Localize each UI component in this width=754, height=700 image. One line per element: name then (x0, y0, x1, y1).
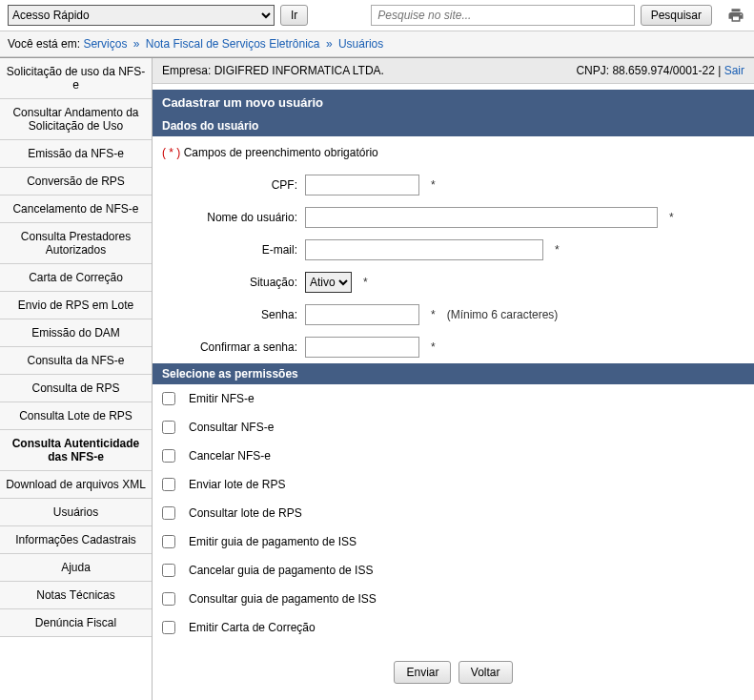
quick-access-select[interactable]: Acesso Rápido (8, 5, 275, 26)
required-mark: * (555, 243, 560, 257)
sidebar-item-17[interactable]: Notas Técnicas (0, 582, 152, 609)
nome-label: Nome do usuário: (162, 211, 305, 224)
required-mark: * (431, 178, 436, 192)
search-button[interactable]: Pesquisar (641, 5, 712, 26)
sidebar-item-6[interactable]: Carta de Correção (0, 264, 152, 292)
panel-subtitle-data: Dados do usuário (153, 115, 754, 136)
panel-title: Cadastrar um novo usuário (153, 90, 754, 115)
permission-label-2: Cancelar NFS-e (189, 449, 271, 463)
senha-hint: (Mínimo 6 caracteres) (447, 308, 559, 321)
panel-subtitle-perm: Selecione as permissões (153, 363, 754, 384)
permission-checkbox-2[interactable] (162, 449, 175, 463)
cnpj-prefix: CNPJ: (576, 64, 609, 77)
permission-row-0: Emitir NFS-e (153, 384, 754, 413)
sidebar-item-14[interactable]: Usuários (0, 499, 152, 526)
email-input[interactable] (305, 239, 543, 260)
permission-checkbox-5[interactable] (162, 535, 175, 548)
print-icon[interactable] (725, 5, 746, 26)
company-row: Empresa: DIGIFRED INFORMATICA LTDA. CNPJ… (153, 58, 754, 84)
sidebar-item-8[interactable]: Emissão do DAM (0, 319, 152, 347)
permission-label-1: Consultar NFS-e (189, 421, 274, 434)
cpf-label: CPF: (162, 178, 305, 192)
required-mark: * (431, 308, 436, 321)
permission-label-5: Emitir guia de pagamento de ISS (189, 535, 357, 548)
required-mark: * (431, 340, 436, 354)
breadcrumb-link-nfse[interactable]: Nota Fiscal de Serviços Eletrônica (146, 37, 320, 51)
email-label: E-mail: (162, 243, 305, 257)
permission-label-4: Consultar lote de RPS (189, 506, 302, 520)
breadcrumb: Você está em: Serviços » Nota Fiscal de … (0, 31, 754, 57)
permission-checkbox-4[interactable] (162, 506, 175, 520)
go-button[interactable]: Ir (280, 5, 308, 26)
sidebar-item-2[interactable]: Emissão da NFS-e (0, 140, 152, 168)
sidebar-item-1[interactable]: Consultar Andamento da Solicitação de Us… (0, 99, 152, 140)
sidebar-item-5[interactable]: Consulta Prestadores Autorizados (0, 223, 152, 264)
permission-row-7: Consultar guia de pagamento de ISS (153, 585, 754, 613)
permission-row-3: Enviar lote de RPS (153, 470, 754, 499)
permission-checkbox-3[interactable] (162, 478, 175, 491)
permission-row-5: Emitir guia de pagamento de ISS (153, 527, 754, 556)
breadcrumb-link-servicos[interactable]: Serviços (83, 37, 127, 51)
sidebar-item-18[interactable]: Denúncia Fiscal (0, 609, 152, 637)
company-name: DIGIFRED INFORMATICA LTDA. (214, 64, 384, 77)
permission-label-3: Enviar lote de RPS (189, 478, 285, 491)
sidebar-item-13[interactable]: Download de arquivos XML (0, 471, 152, 499)
sidebar: Solicitação de uso da NFS-eConsultar And… (0, 58, 153, 700)
cnpj-value: 88.659.974/0001-22 (612, 64, 714, 77)
submit-button[interactable]: Enviar (394, 661, 451, 684)
permission-checkbox-1[interactable] (162, 421, 175, 434)
nome-input[interactable] (305, 207, 658, 228)
permission-label-8: Emitir Carta de Correção (189, 621, 316, 634)
permission-checkbox-8[interactable] (162, 621, 175, 634)
senha-input[interactable] (305, 304, 419, 325)
situacao-select[interactable]: Ativo (305, 272, 352, 293)
required-mark: * (669, 211, 674, 224)
sidebar-item-3[interactable]: Conversão de RPS (0, 168, 152, 196)
situacao-label: Situação: (162, 276, 305, 289)
search-input[interactable] (371, 5, 634, 26)
company-prefix: Empresa: (162, 64, 211, 77)
permission-row-2: Cancelar NFS-e (153, 442, 754, 470)
required-mark: * (363, 276, 368, 289)
logout-link[interactable]: Sair (724, 64, 744, 77)
cpf-input[interactable] (305, 175, 419, 196)
confirmar-input[interactable] (305, 337, 419, 358)
required-note: ( * ) Campos de preenchimento obrigatóri… (153, 136, 754, 169)
permission-label-0: Emitir NFS-e (189, 392, 255, 405)
sidebar-item-10[interactable]: Consulta de RPS (0, 375, 152, 402)
permission-label-7: Consultar guia de pagamento de ISS (189, 592, 377, 606)
breadcrumb-link-usuarios[interactable]: Usuários (338, 37, 383, 51)
sidebar-item-16[interactable]: Ajuda (0, 554, 152, 582)
permission-checkbox-7[interactable] (162, 592, 175, 606)
permission-label-6: Cancelar guia de pagamento de ISS (189, 564, 373, 577)
back-button[interactable]: Voltar (459, 661, 513, 684)
breadcrumb-prefix: Você está em: (8, 37, 80, 51)
sidebar-item-11[interactable]: Consulta Lote de RPS (0, 402, 152, 430)
sidebar-item-9[interactable]: Consulta da NFS-e (0, 347, 152, 375)
senha-label: Senha: (162, 308, 305, 321)
permission-row-4: Consultar lote de RPS (153, 499, 754, 527)
sidebar-item-15[interactable]: Informações Cadastrais (0, 526, 152, 554)
permission-row-8: Emitir Carta de Correção (153, 613, 754, 642)
sidebar-item-7[interactable]: Envio de RPS em Lote (0, 292, 152, 319)
confirmar-label: Confirmar a senha: (162, 340, 305, 354)
permission-row-1: Consultar NFS-e (153, 413, 754, 442)
permission-checkbox-0[interactable] (162, 392, 175, 405)
sidebar-item-4[interactable]: Cancelamento de NFS-e (0, 196, 152, 223)
permission-checkbox-6[interactable] (162, 564, 175, 577)
sidebar-item-0[interactable]: Solicitação de uso da NFS-e (0, 58, 152, 99)
permission-row-6: Cancelar guia de pagamento de ISS (153, 556, 754, 585)
sidebar-item-12[interactable]: Consulta Autenticidade das NFS-e (0, 430, 152, 471)
